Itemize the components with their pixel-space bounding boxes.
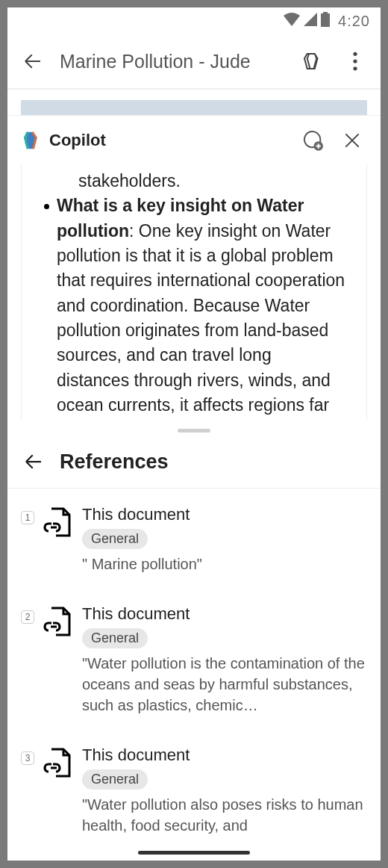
response-body: : One key insight on Water pollution is … [57,221,345,420]
signal-icon [304,13,317,30]
reference-source: This document [82,745,367,765]
svg-point-2 [353,52,357,56]
svg-point-4 [353,66,357,70]
drag-handle-icon [178,429,210,433]
arrow-left-icon [22,450,45,473]
reference-source: This document [82,505,367,524]
app-bar: Marine Pollution - Jude [7,34,381,90]
reference-badge: General [82,529,148,549]
reference-number: 3 [21,751,34,765]
clock-text: 4:20 [338,13,370,30]
reference-item[interactable]: 1 This document General " Marine polluti… [21,505,367,574]
document-link-icon [40,505,76,574]
document-title: Marine Pollution - Jude [60,51,285,72]
sheet-drag-area[interactable] [7,420,381,440]
reference-item[interactable]: 2 This document General "Water pollution… [21,604,367,716]
copilot-response: stakeholders. What is a key insight on W… [21,164,367,420]
battery-icon [321,12,330,31]
references-title: References [60,450,169,474]
kebab-menu-icon [352,52,358,71]
copilot-logo-icon [19,129,42,152]
close-icon [342,131,362,150]
document-preview [7,90,381,115]
copilot-appbar-button[interactable] [295,45,328,78]
wifi-icon [284,13,300,30]
svg-point-3 [353,59,357,63]
home-indicator[interactable] [138,851,250,855]
document-link-icon [40,604,76,716]
close-copilot-button[interactable] [336,124,369,157]
reference-number: 2 [21,610,34,624]
bullet-icon [44,204,49,209]
reference-item[interactable]: 3 This document General "Water pollution… [21,745,367,836]
reference-number: 1 [21,511,34,524]
copilot-panel-header: Copilot [7,115,381,164]
document-link-icon [40,745,76,836]
references-header: References [7,440,381,489]
reference-badge: General [82,769,148,790]
reference-snippet: " Marine pollution" [82,554,367,574]
arrow-left-icon [22,50,44,72]
reference-source: This document [82,604,367,624]
new-chat-button[interactable] [295,124,328,157]
more-button[interactable] [339,45,372,78]
response-prev-line: stakeholders. [40,169,348,193]
status-bar: 4:20 [7,7,381,34]
back-button[interactable] [16,45,49,78]
chat-plus-icon [301,129,323,152]
reference-snippet: "Water pollution also poses risks to hum… [82,794,367,836]
svg-rect-1 [321,13,330,27]
reference-snippet: "Water pollution is the contamination of… [82,653,367,716]
svg-rect-0 [323,12,328,13]
reference-badge: General [82,628,148,648]
copilot-icon [301,50,323,72]
copilot-title: Copilot [49,131,288,150]
response-bullet-text: What is a key insight on Water pollution… [57,193,348,420]
references-list: 1 This document General " Marine polluti… [7,489,381,861]
references-back-button[interactable] [21,449,46,474]
